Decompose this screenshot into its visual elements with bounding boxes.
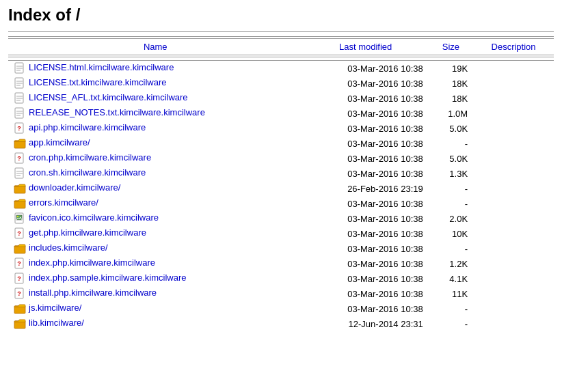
sort-modified-link[interactable]: Last modified xyxy=(339,42,392,52)
unknown-icon: ? xyxy=(14,288,26,300)
file-size-cell: 1.0M xyxy=(429,106,473,121)
file-name-cell: ? get.php.kimcilware.kimcilware xyxy=(8,226,303,241)
table-row: LICENSE_AFL.txt.kimcilware.kimcilware 03… xyxy=(8,91,554,106)
file-size-cell: 11K xyxy=(429,286,473,301)
col-header-description[interactable]: Description xyxy=(473,39,554,55)
svg-text:?: ? xyxy=(17,125,21,132)
file-modified-cell: 03-Mar-2016 10:38 xyxy=(303,226,429,241)
file-size-cell: 1.2K xyxy=(429,256,473,271)
file-name-cell: lib.kimcilware/ xyxy=(8,316,303,331)
col-header-name[interactable]: Name xyxy=(8,39,303,55)
file-name-cell: ? cron.php.kimcilware.kimcilware xyxy=(8,151,303,166)
svg-rect-0 xyxy=(15,63,23,73)
file-icon xyxy=(14,62,26,74)
file-desc-cell xyxy=(473,151,554,166)
file-desc-cell xyxy=(473,256,554,271)
col-header-modified[interactable]: Last modified xyxy=(303,39,429,55)
table-row: ? install.php.kimcilware.kimcilware 03-M… xyxy=(8,286,554,301)
file-link[interactable]: js.kimcilware/ xyxy=(29,303,81,313)
file-desc-cell xyxy=(473,286,554,301)
folder-icon xyxy=(14,318,26,330)
file-desc-cell xyxy=(473,106,554,121)
folder-icon xyxy=(14,137,26,150)
unknown-icon: ? xyxy=(14,227,26,240)
table-row: downloader.kimcilware/ 26-Feb-2016 23:19… xyxy=(8,181,554,196)
unknown-icon: ? xyxy=(14,152,26,165)
file-modified-cell: 03-Mar-2016 10:38 xyxy=(303,256,429,271)
unknown-icon: ? xyxy=(14,257,26,270)
file-name-cell: js.kimcilware/ xyxy=(8,301,303,316)
file-size-cell: 1.3K xyxy=(429,166,473,181)
table-row: ? index.php.kimcilware.kimcilware 03-Mar… xyxy=(8,256,554,271)
file-link[interactable]: favicon.ico.kimcilware.kimcilware xyxy=(29,212,159,223)
file-link[interactable]: install.php.kimcilware.kimcilware xyxy=(29,288,157,298)
file-size-cell: 5.0K xyxy=(429,121,473,136)
file-link[interactable]: app.kimcilware/ xyxy=(29,137,90,148)
file-link[interactable]: includes.kimcilware/ xyxy=(29,242,108,253)
svg-point-29 xyxy=(17,216,18,217)
file-link[interactable]: RELEASE_NOTES.txt.kimcilware.kimcilware xyxy=(29,107,205,117)
file-icon xyxy=(14,92,26,104)
file-modified-cell: 03-Mar-2016 10:38 xyxy=(303,136,429,151)
file-desc-cell xyxy=(473,241,554,256)
svg-text:?: ? xyxy=(17,260,21,267)
file-name-cell: ? install.php.kimcilware.kimcilware xyxy=(8,286,303,301)
file-link[interactable]: index.php.kimcilware.kimcilware xyxy=(29,257,155,268)
file-link[interactable]: api.php.kimcilware.kimcilware xyxy=(29,122,146,132)
file-desc-cell xyxy=(473,76,554,91)
sort-name-link[interactable]: Name xyxy=(144,42,168,52)
file-desc-cell xyxy=(473,301,554,316)
table-row: lib.kimcilware/ 12-Jun-2014 23:31 - xyxy=(8,316,554,331)
file-icon xyxy=(14,107,26,120)
table-row: ? api.php.kimcilware.kimcilware 03-Mar-2… xyxy=(8,121,554,136)
file-link[interactable]: LICENSE.html.kimcilware.kimcilware xyxy=(29,62,174,72)
file-modified-cell: 03-Mar-2016 10:38 xyxy=(303,106,429,121)
file-size-cell: 19K xyxy=(429,61,473,76)
col-header-size[interactable]: Size xyxy=(429,39,473,55)
file-link[interactable]: LICENSE.txt.kimcilware.kimcilware xyxy=(29,77,167,87)
table-row: ? index.php.sample.kimcilware.kimcilware… xyxy=(8,271,554,286)
table-row: favicon.ico.kimcilware.kimcilware 03-Mar… xyxy=(8,211,554,226)
table-row: cron.sh.kimcilware.kimcilware 03-Mar-201… xyxy=(8,166,554,181)
file-modified-cell: 03-Mar-2016 10:38 xyxy=(303,196,429,211)
file-modified-cell: 03-Mar-2016 10:38 xyxy=(303,211,429,226)
file-size-cell: - xyxy=(429,316,473,331)
folder-icon xyxy=(14,303,26,315)
svg-text:?: ? xyxy=(17,230,21,237)
svg-rect-4 xyxy=(15,78,23,88)
file-link[interactable]: LICENSE_AFL.txt.kimcilware.kimcilware xyxy=(29,92,188,102)
file-modified-cell: 03-Mar-2016 10:38 xyxy=(303,91,429,106)
file-icon xyxy=(14,77,26,89)
file-link[interactable]: errors.kimcilware/ xyxy=(29,197,98,208)
table-row: LICENSE.html.kimcilware.kimcilware 03-Ma… xyxy=(8,61,554,76)
file-size-cell: 5.0K xyxy=(429,151,473,166)
file-link[interactable]: cron.php.kimcilware.kimcilware xyxy=(29,152,151,163)
file-desc-cell xyxy=(473,196,554,211)
file-name-cell: ? api.php.kimcilware.kimcilware xyxy=(8,121,303,136)
file-link[interactable]: get.php.kimcilware.kimcilware xyxy=(29,227,146,238)
file-link[interactable]: index.php.sample.kimcilware.kimcilware xyxy=(29,272,186,283)
file-size-cell: - xyxy=(429,301,473,316)
file-name-cell: app.kimcilware/ xyxy=(8,136,303,151)
file-link[interactable]: downloader.kimcilware/ xyxy=(29,182,120,193)
file-icon xyxy=(14,167,26,180)
file-name-cell: cron.sh.kimcilware.kimcilware xyxy=(8,166,303,181)
file-desc-cell xyxy=(473,61,554,76)
svg-rect-8 xyxy=(15,93,23,103)
file-desc-cell xyxy=(473,181,554,196)
sort-desc-link[interactable]: Description xyxy=(492,42,536,52)
unknown-icon: ? xyxy=(14,122,26,135)
file-link[interactable]: lib.kimcilware/ xyxy=(29,318,84,328)
sort-size-link[interactable]: Size xyxy=(442,42,459,52)
file-name-cell: includes.kimcilware/ xyxy=(8,241,303,256)
file-modified-cell: 03-Mar-2016 10:38 xyxy=(303,241,429,256)
file-link[interactable]: cron.sh.kimcilware.kimcilware xyxy=(29,167,146,178)
file-modified-cell: 03-Mar-2016 10:38 xyxy=(303,166,429,181)
file-modified-cell: 03-Mar-2016 10:38 xyxy=(303,61,429,76)
table-row: LICENSE.txt.kimcilware.kimcilware 03-Mar… xyxy=(8,76,554,91)
file-modified-cell: 03-Mar-2016 10:38 xyxy=(303,301,429,316)
file-modified-cell: 03-Mar-2016 10:38 xyxy=(303,151,429,166)
file-desc-cell xyxy=(473,136,554,151)
file-name-cell: ? index.php.kimcilware.kimcilware xyxy=(8,256,303,271)
file-size-cell: - xyxy=(429,241,473,256)
